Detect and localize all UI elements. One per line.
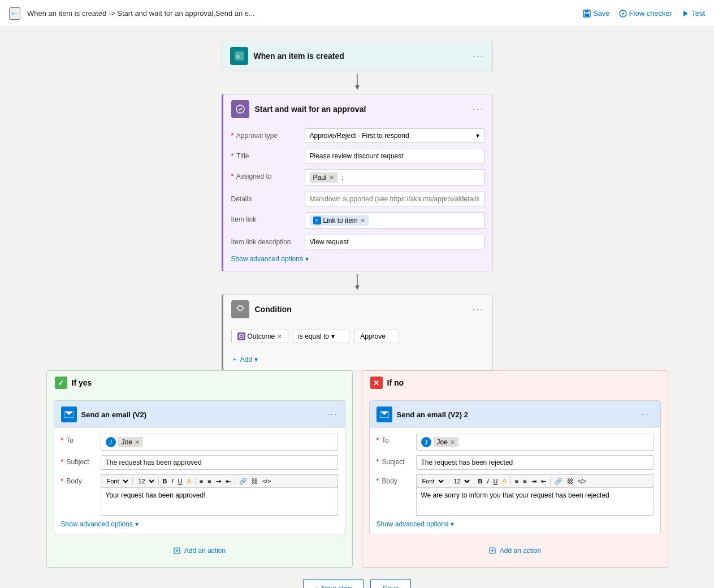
save-icon — [583, 10, 591, 18]
assigned-to-label: * Assigned to — [231, 169, 305, 180]
outcome-icon — [237, 332, 245, 340]
bold-button-yes[interactable]: B — [161, 477, 169, 485]
email-yes-more-button[interactable]: ··· — [327, 409, 337, 420]
approval-title: Start and wait for an approval — [255, 105, 467, 114]
details-label: Details — [231, 192, 305, 203]
condition-header[interactable]: Condition ··· — [223, 295, 492, 324]
link-button-no[interactable]: 🔗 — [553, 477, 564, 486]
paul-tag-remove[interactable]: ✕ — [329, 174, 334, 181]
font-select-yes[interactable]: Font — [103, 477, 130, 486]
show-advanced-no[interactable]: Show advanced options ▾ — [377, 520, 654, 528]
chevron-down-icon: ▾ — [254, 356, 258, 364]
outdent-button-yes[interactable]: ⇤ — [224, 477, 232, 486]
yes-branch-header: ✓ If yes — [47, 371, 352, 395]
assigned-to-field[interactable]: Paul ✕ ; — [305, 169, 484, 186]
indent-button-yes[interactable]: ⇥ — [214, 477, 223, 486]
chevron-down-icon: ▾ — [135, 520, 139, 528]
unlink-button-yes[interactable]: ⛓ — [250, 477, 259, 485]
joe-tag-no-remove[interactable]: ✕ — [450, 439, 455, 446]
chevron-down-icon: ▾ — [305, 255, 309, 263]
size-select-yes[interactable]: 12 — [135, 477, 156, 486]
unlink-button-no[interactable]: ⛓ — [565, 477, 575, 485]
email-no-to-row: * To J Joe ✕ — [377, 434, 654, 451]
outcome-pill[interactable]: Outcome ✕ — [231, 330, 289, 343]
email-yes-subject-row: * Subject — [61, 455, 338, 470]
joe-tag-yes-remove[interactable]: ✕ — [135, 439, 140, 446]
add-action-yes[interactable]: Add an action — [54, 540, 345, 561]
email-yes-header[interactable]: Send an email (V2) ··· — [54, 401, 345, 428]
size-select-no[interactable]: 12 — [451, 477, 471, 486]
operator-select[interactable]: is equal to ▾ — [293, 330, 349, 343]
ol-button-yes[interactable]: ≡ — [206, 477, 213, 485]
italic-button-yes[interactable]: I — [170, 477, 175, 485]
link-button-yes[interactable]: 🔗 — [237, 477, 249, 486]
email-no-body-row: * Body Font 12 B I — [377, 474, 654, 516]
yes-branch: ✓ If yes Send an email (V2) ··· — [46, 370, 353, 568]
approval-type-input[interactable]: Approve/Reject - First to respond ▾ — [305, 128, 484, 143]
approval-title-field[interactable] — [305, 149, 484, 163]
back-button[interactable]: ← — [9, 7, 20, 20]
ul-button-no[interactable]: ≡ — [513, 477, 520, 485]
condition-more-button[interactable]: ··· — [472, 304, 484, 315]
approval-header[interactable]: Start and wait for an approval ··· — [223, 94, 492, 124]
ol-button-no[interactable]: ≡ — [521, 477, 528, 485]
email-yes-icon — [61, 407, 77, 422]
email-no-more-button[interactable]: ··· — [642, 409, 653, 420]
chevron-down-icon: ▾ — [476, 132, 479, 140]
flow-checker-icon — [619, 10, 627, 18]
no-branch-header: ✕ If no — [362, 371, 668, 395]
email-yes-body-field[interactable]: Your request has been approved! — [101, 487, 338, 516]
highlight-button-yes[interactable]: A — [185, 477, 192, 485]
ul-button-yes[interactable]: ≡ — [198, 477, 205, 485]
email-yes-subject-field[interactable] — [101, 455, 338, 470]
joe-avatar-yes: J — [106, 437, 116, 447]
underline-button-yes[interactable]: U — [176, 477, 184, 485]
add-action-icon-yes — [173, 547, 181, 555]
italic-button-no[interactable]: I — [485, 477, 490, 485]
new-step-button[interactable]: + New step — [303, 579, 364, 588]
font-select-no[interactable]: Font — [419, 477, 445, 486]
trigger-more-button[interactable]: ··· — [472, 50, 484, 62]
item-link-desc-field[interactable] — [305, 235, 484, 249]
chevron-down-icon: ▾ — [331, 332, 335, 340]
save-bottom-button[interactable]: Save — [370, 579, 411, 588]
email-no-to-field[interactable]: J Joe ✕ — [416, 434, 654, 451]
details-field[interactable] — [305, 192, 484, 206]
code-button-yes[interactable]: </> — [261, 477, 273, 485]
item-link-label: Item link — [231, 212, 305, 223]
approval-title-row: * Title — [231, 149, 484, 163]
code-button-no[interactable]: </> — [576, 477, 588, 485]
trigger-header[interactable]: S When an item is created ··· — [222, 41, 492, 71]
approval-more-button[interactable]: ··· — [472, 103, 484, 115]
no-x-icon: ✕ — [370, 377, 383, 389]
show-advanced-approval[interactable]: Show advanced options ▾ — [231, 255, 484, 263]
add-condition-button[interactable]: ＋ Add ▾ — [223, 351, 492, 370]
toolbar-sep-yes-4 — [235, 477, 235, 485]
toolbar-sep-yes-2 — [158, 477, 159, 485]
item-link-field[interactable]: S Link to item ✕ — [305, 212, 484, 229]
yes-check-icon: ✓ — [55, 377, 67, 389]
sharepoint-icon: S — [313, 217, 321, 224]
condition-value[interactable]: Approve — [354, 330, 399, 343]
underline-button-no[interactable]: U — [492, 477, 500, 485]
flow-title: When an item is created -> Start and wai… — [27, 9, 576, 18]
highlight-button-no[interactable]: A — [500, 477, 508, 485]
show-advanced-yes[interactable]: Show advanced options ▾ — [61, 520, 338, 528]
outdent-button-no[interactable]: ⇤ — [539, 477, 548, 486]
email-yes-title: Send an email (V2) — [81, 410, 323, 419]
email-yes-subject-label: * Subject — [61, 455, 101, 466]
add-action-no[interactable]: Add an action — [369, 540, 661, 561]
email-yes-to-field[interactable]: J Joe ✕ — [101, 434, 338, 451]
save-header-button[interactable]: Save — [583, 9, 610, 18]
email-no-body-field[interactable]: We are sorry to inform you that your req… — [416, 487, 654, 516]
outcome-remove[interactable]: ✕ — [277, 333, 282, 340]
indent-button-no[interactable]: ⇥ — [530, 477, 538, 486]
email-no-subject-field[interactable] — [416, 455, 654, 470]
item-link-remove[interactable]: ✕ — [360, 217, 365, 224]
test-button[interactable]: Test — [681, 9, 705, 18]
flow-checker-button[interactable]: Flow checker — [619, 9, 673, 18]
header: ← When an item is created -> Start and w… — [0, 0, 714, 27]
email-yes-body: * To J Joe ✕ — [54, 428, 345, 534]
bold-button-no[interactable]: B — [477, 477, 484, 485]
email-no-header[interactable]: Send an email (V2) 2 ··· — [370, 401, 660, 428]
